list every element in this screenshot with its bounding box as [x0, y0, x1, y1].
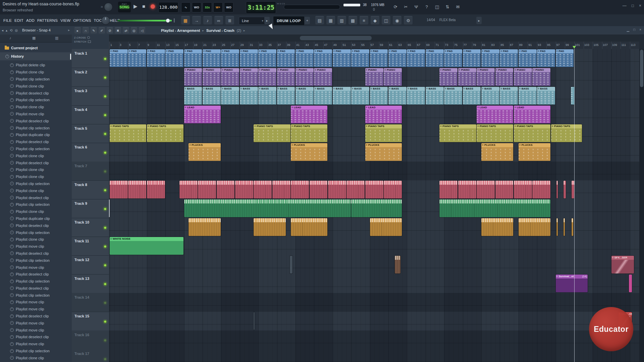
slip-tool-icon[interactable]: ⇄ [123, 27, 129, 34]
sync-icon[interactable]: ⟳ [392, 3, 399, 11]
track-mute-led[interactable] [104, 189, 107, 192]
track-mute-led[interactable] [104, 339, 107, 342]
clip-pad[interactable]: ≡ PAD [314, 49, 332, 67]
clip-drumred[interactable] [179, 181, 198, 198]
snap-next-button[interactable]: ▸ [264, 17, 270, 24]
clip-drumorange[interactable] [519, 218, 550, 236]
record-button[interactable] [150, 4, 156, 9]
clip-drumorange[interactable] [254, 218, 285, 236]
clip-pad[interactable]: ≡ PAD [519, 49, 537, 67]
clip-piano[interactable]: ≡ PIANO [495, 68, 514, 86]
track-header-track-14[interactable]: Track 14 [72, 293, 109, 312]
clip-white[interactable] [109, 199, 110, 217]
typing-keyboard-icon[interactable]: WO [192, 2, 201, 12]
clip-pad[interactable]: ≡ PAD [481, 49, 499, 67]
clip-bass[interactable]: ≡ BASS [277, 87, 295, 105]
zcross-knob-icon[interactable] [87, 36, 90, 39]
history-item[interactable]: Playlist clone clip [0, 187, 72, 194]
clip-piano-taps[interactable]: ≡ PIANO TAPS [291, 124, 327, 142]
song-progress-bar[interactable] [284, 5, 340, 9]
clip-bass[interactable]: ≡ BASS [240, 87, 258, 105]
master-pitch-handle[interactable] [166, 18, 170, 23]
clip-bass[interactable]: ≡ BASS [203, 87, 221, 105]
clip-white-noise[interactable]: ≡ WHITE NOISE [110, 237, 183, 255]
export-icon[interactable]: ⇅ [444, 3, 451, 11]
blend-recording-icon[interactable]: W+ [213, 2, 223, 12]
projects-tab-icon[interactable]: ▥ [55, 36, 58, 40]
history-item[interactable]: Playlist deselect clip [0, 194, 72, 201]
history-item[interactable]: Playlist deselect clip [0, 117, 72, 124]
track-mute-led[interactable] [104, 226, 107, 229]
track-mute-led[interactable] [104, 245, 107, 248]
clip-bass[interactable]: ≡ BASS [500, 87, 518, 105]
clip-pad[interactable]: ≡ PAD [184, 49, 202, 67]
clip-drumorange[interactable] [481, 218, 513, 236]
clip-sfx-ser[interactable]: ≡ SFX_.SER [611, 256, 634, 274]
clip-pad[interactable]: ≡ PAD [426, 49, 444, 67]
history-item[interactable]: Playlist move clip [0, 243, 72, 250]
history-item[interactable]: Playlist clone clip [0, 69, 72, 76]
track-header-track-7[interactable]: Track 7 [72, 162, 109, 181]
clip-drumred[interactable] [439, 181, 458, 198]
clip-drumred[interactable] [495, 181, 514, 198]
clip-pad[interactable]: ≡ PAD [240, 49, 258, 67]
track-header-track-4[interactable]: Track 4 [72, 105, 109, 124]
clip-drumorange[interactable] [556, 218, 558, 236]
breadcrumb-next-icon[interactable]: ▸ [244, 29, 245, 32]
clip-piano[interactable]: ≡ PIANO [532, 68, 550, 86]
history-item[interactable]: Playlist move clip [0, 111, 72, 118]
help-icon[interactable]: ? [423, 3, 430, 11]
history-item[interactable]: Playlist delete clip [0, 62, 72, 69]
track-header-track-1[interactable]: Track 1 [72, 49, 109, 68]
target-icon[interactable]: ◎ [15, 28, 18, 32]
history-item[interactable]: Playlist deselect clip [0, 285, 72, 292]
browser-expand-icon[interactable]: ▸ [68, 28, 70, 32]
track-mute-led[interactable] [104, 320, 107, 323]
history-item[interactable]: Playlist clone clip [0, 152, 72, 159]
history-item[interactable]: Playlist clone clip [0, 82, 72, 89]
clip-piano-taps[interactable]: ≡ PIANO TAPS [147, 124, 183, 142]
back-icon[interactable]: ◂ [2, 28, 3, 32]
clip-pad[interactable]: ≡ PAD [203, 49, 221, 67]
menu-file[interactable]: FILE [2, 18, 13, 22]
clip-drumred[interactable] [198, 181, 216, 198]
tempo-display[interactable]: 128.000 [158, 2, 178, 13]
snap-magnet-icon[interactable]: ∩ [83, 27, 89, 34]
channel-rack-window-icon[interactable]: ▥ [337, 16, 346, 24]
clip-bass[interactable]: ≡ BASS [221, 87, 239, 105]
track-header-track-8[interactable]: Track 8 [72, 180, 109, 199]
history-item[interactable]: Playlist clone clip [0, 173, 72, 180]
history-item[interactable]: Playlist move clip [0, 264, 72, 271]
track-mute-led[interactable] [104, 151, 107, 154]
stretch-control[interactable]: STRETCH [74, 41, 91, 43]
clip-plucks[interactable]: ≡ PLUCKS [189, 143, 220, 161]
playback-tool-icon[interactable]: ◁ [139, 27, 145, 34]
clip-drumred[interactable] [110, 181, 128, 198]
clip-drumred[interactable] [310, 181, 328, 198]
clip-pad[interactable]: ≡ PAD [221, 49, 239, 67]
mic-icon[interactable]: Ψ [413, 3, 420, 11]
clip-drumred[interactable] [532, 181, 550, 198]
clip-bass[interactable]: ≡ BASS [296, 87, 314, 105]
timeline-ruler[interactable]: 1357911131517192123252729313335373941434… [109, 42, 639, 49]
clip-drumred[interactable] [477, 181, 495, 198]
playlist-close-button[interactable]: × [639, 28, 641, 32]
clip-bass[interactable]: ≡ BASS [519, 87, 537, 105]
clip-piano-taps[interactable]: ≡ PIANO TAPS [439, 124, 476, 142]
pattern-name-display[interactable]: DRUM LOOP [273, 16, 305, 25]
clip-drumred[interactable] [147, 181, 165, 198]
clip-piano[interactable]: ≡ PIANO [458, 68, 476, 86]
close-button[interactable]: × [639, 3, 641, 8]
clip-drumred[interactable] [128, 181, 146, 198]
clip-drumorange[interactable] [564, 218, 565, 236]
clip-pad[interactable]: ≡ PAD [165, 49, 183, 67]
track-mute-led[interactable] [104, 283, 107, 286]
clip-bass[interactable]: ≡ BASS [426, 87, 444, 105]
clip-bass[interactable]: ≡ BASS [184, 87, 202, 105]
stretch-box-icon[interactable] [88, 41, 91, 43]
clip-plucks[interactable]: ≡ PLUCKS [519, 143, 550, 161]
playhead-marker[interactable] [573, 46, 576, 49]
breadcrumb-playlist[interactable]: Playlist - Arrangement [161, 28, 200, 33]
clip-piano-taps[interactable]: ≡ PIANO TAPS [254, 124, 290, 142]
clip-drumgreen[interactable] [351, 199, 402, 217]
